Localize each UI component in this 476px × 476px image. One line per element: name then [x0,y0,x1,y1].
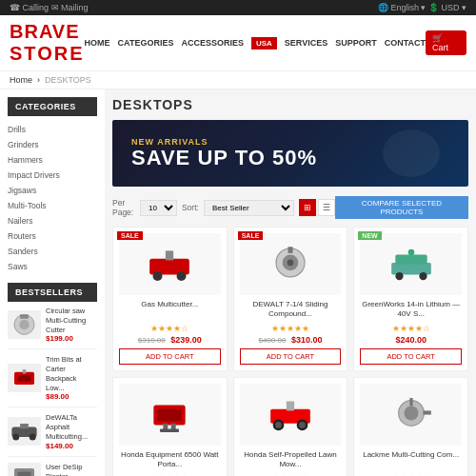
nav-home[interactable]: HOME [85,38,110,48]
nav-usa[interactable]: USA [251,37,277,50]
sort-select[interactable]: Best SellerPrice: Low to HighPrice: High… [204,200,294,216]
top-bar-right: 🌐 English ▾ 💲 USD ▾ [378,3,466,12]
svg-rect-39 [409,398,412,406]
svg-rect-24 [395,254,426,264]
list-item[interactable]: Drills [8,121,97,136]
product-card: SALE DEWALT 7-1/4 Sliding Compound... ★★… [233,227,348,371]
product-image [119,233,221,295]
product-card: SALE Gas Multicutter... ★★★★☆ $310.00 $2… [112,227,228,371]
add-to-cart-button[interactable]: ADD TO CART [240,348,342,365]
product-badge: SALE [238,231,264,240]
list-item[interactable]: Saws [8,258,97,273]
nav-contact[interactable]: CONTACT [385,38,426,48]
main-layout: CATEGORIES Drills Grinders Hammers Impac… [0,89,476,476]
breadcrumb: Home › DESKTOPS [0,71,476,89]
bestseller-item: DeWALTa Asphalt Multicutting... $149.00 [8,413,97,456]
product-new-price: $310.00 [291,335,323,345]
compare-button[interactable]: COMPARE SELECTED PRODUCTS [335,196,468,219]
top-bar-left: ☎ Calling ✉ Mailing [10,3,89,12]
list-item[interactable]: Routers [8,228,97,243]
list-item[interactable]: Grinders [8,136,97,151]
svg-rect-40 [423,410,430,414]
per-page-select[interactable]: 102050 [140,200,177,216]
svg-point-19 [288,259,294,266]
svg-rect-9 [20,424,29,428]
add-to-cart-button[interactable]: ADD TO CART [119,348,221,365]
logo: BRAVE STORE [10,21,85,65]
product-image [360,384,462,446]
nav-accessories[interactable]: ACCESSORIES [181,38,244,48]
product-stars: ★★★★★ [240,324,342,333]
bestseller-info: Trim Bits at Carter Backpack Low... $89.… [46,355,97,401]
main-nav: HOME CATEGORIES ACCESSORIES USA SERVICES… [85,37,426,50]
cart-button[interactable]: 🛒 Cart [426,30,466,55]
svg-point-14 [153,271,163,281]
svg-point-35 [299,422,306,428]
breadcrumb-home[interactable]: Home [10,75,32,85]
sidebar-bestsellers: BESTSELLERS Circular saw Multi-Cutting C… [8,283,97,476]
nav-support[interactable]: SUPPORT [335,38,377,48]
list-item[interactable]: Hammers [8,151,97,167]
svg-rect-16 [166,250,173,260]
svg-rect-11 [18,472,31,476]
list-item[interactable]: Nailers [8,212,97,228]
list-item[interactable]: Multi-Tools [8,197,97,212]
svg-rect-28 [164,423,169,429]
bestseller-info: Circular saw Multi-Cutting Cutter $199.0… [46,307,97,343]
product-card: Honda Self-Propelled Lawn Mow... ★★★★★ $… [233,377,348,476]
product-badge: NEW [358,231,381,240]
svg-point-1 [19,319,30,329]
product-name: Gas Multicutter... [119,300,221,321]
sort-label: Sort: [182,203,199,212]
sort-left: Per Page: 102050 Sort: Best SellerPrice:… [112,198,335,217]
bestseller-price: $199.00 [46,334,97,343]
svg-rect-30 [160,428,179,431]
sidebar: CATEGORIES Drills Grinders Hammers Impac… [0,89,105,476]
bestseller-image [8,364,41,392]
product-new-price: $240.00 [395,335,426,345]
bestseller-price: $89.00 [46,392,97,401]
list-view-button[interactable]: ☰ [318,199,335,216]
product-price: $400.00 $310.00 [240,335,342,345]
nav-categories[interactable]: CATEGORIES [118,38,174,48]
product-name: Lackme Multi-Cutting Com... [360,450,462,471]
product-card: Lackme Multi-Cutting Com... ★★★★☆ $350.0… [353,377,468,476]
product-badge: SALE [117,231,143,240]
list-item[interactable]: Sanders [8,243,97,258]
svg-point-25 [407,248,414,255]
svg-rect-20 [288,247,292,253]
svg-point-22 [395,271,403,279]
bestseller-info: User DeSip Blaster $69.00 [46,463,97,476]
add-to-cart-button[interactable]: ADD TO CART [360,348,462,365]
product-name: Honda Equipment 6500 Watt Porta... [119,450,221,471]
svg-point-7 [12,434,19,441]
product-stars: ★★★★☆ [360,324,462,333]
bestseller-name: Circular saw Multi-Cutting Cutter [46,307,97,334]
product-card: Honda Equipment 6500 Watt Porta... ★★★★☆… [112,377,228,476]
bestseller-image [8,417,41,446]
bestseller-image [8,310,41,339]
product-old-price: $310.00 [138,336,166,345]
list-item[interactable]: Impact Drivers [8,167,97,182]
logo-text: BRAVE [10,21,80,42]
view-buttons: ⊞ ☰ [299,199,335,216]
bestseller-item: Trim Bits at Carter Backpack Low... $89.… [8,355,97,407]
svg-rect-29 [171,423,176,429]
product-card: NEW GreenWorks 14-in Lithium — 40V S... … [353,227,468,371]
logo-sub: STORE [10,43,85,65]
product-stars: ★★★★☆ [119,324,221,333]
product-new-price: $239.00 [170,335,202,345]
bestseller-price: $149.00 [46,442,97,450]
top-bar: ☎ Calling ✉ Mailing 🌐 English ▾ 💲 USD ▾ [0,0,476,15]
banner-decoration [383,129,440,177]
bestseller-image [8,463,41,477]
product-old-price: $400.00 [259,336,287,345]
svg-point-38 [404,406,418,420]
categories-list: Drills Grinders Hammers Impact Drivers J… [8,121,97,273]
nav-services[interactable]: SERVICES [285,38,327,48]
breadcrumb-current: DESKTOPS [45,75,91,85]
grid-view-button[interactable]: ⊞ [299,199,316,216]
product-image [240,384,342,446]
list-item[interactable]: Jigsaws [8,182,97,197]
breadcrumb-sep: › [37,75,40,85]
